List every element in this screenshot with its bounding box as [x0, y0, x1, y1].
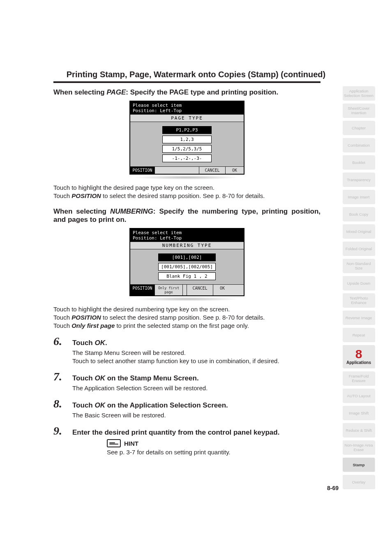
lcd-line1: Please select item	[133, 103, 241, 108]
sidebar-item[interactable]: Booklet	[343, 155, 375, 169]
step-7: 7. Touch OK on the Stamp Menu Screen. Th…	[53, 371, 321, 392]
step-body-line: The Stamp Menu Screen will be restored.	[72, 349, 321, 357]
text-em: POSITION	[71, 314, 101, 321]
sidebar-item[interactable]: Upside Down	[343, 276, 375, 290]
sidebar-item[interactable]: Repeat	[343, 328, 375, 342]
sidebar-item[interactable]: Mixed Original	[343, 224, 375, 238]
badge-label: Applications	[346, 360, 371, 365]
lcd-line2: Position: Left-Top	[133, 235, 241, 241]
step-title: Touch OK on the Application Selection Sc…	[72, 401, 228, 410]
lcd-line1: Please select item	[133, 230, 241, 235]
step-body-line: The Basic Screen will be restored.	[72, 411, 321, 419]
step-8: 8. Touch OK on the Application Selection…	[53, 398, 321, 419]
text: to select the desired stamp position. Se…	[101, 314, 265, 321]
step-number: 6.	[53, 336, 67, 347]
sidebar-item[interactable]: Text/Photo Enhance	[343, 293, 375, 307]
section-page-heading: When selecting PAGE: Specify the PAGE ty…	[53, 88, 321, 97]
lcd-ok-button[interactable]: OK	[213, 285, 231, 295]
text-em: PAGE	[106, 88, 126, 96]
text: When selecting	[53, 207, 110, 215]
page-number: 8-69	[327, 485, 339, 491]
step-title: Enter the desired print quantity from th…	[72, 428, 279, 437]
step-number: 8.	[53, 398, 67, 410]
section-numbering-heading: When selecting NUMBERING: Specify the nu…	[53, 207, 321, 224]
step-number: 7.	[53, 371, 67, 382]
step-9: 9. Enter the desired print quantity from…	[53, 425, 321, 456]
text: .	[105, 339, 107, 347]
sidebar-item[interactable]: AUTO Layout	[343, 389, 375, 403]
text-em: OK	[95, 401, 105, 409]
lcd-only-first-page-button[interactable]: Only first page	[155, 285, 183, 295]
text: Enter the desired print quantity from th…	[72, 428, 279, 436]
sidebar-item-stamp[interactable]: Stamp	[343, 458, 375, 472]
lcd-spacer	[183, 285, 187, 295]
lcd-shadow	[134, 175, 240, 180]
text: Touch	[53, 192, 71, 199]
lcd-option[interactable]: 1/5,2/5,3/5	[162, 145, 212, 153]
section-numbering-para: Touch to highlight the desired numbering…	[53, 305, 321, 330]
step-title: Touch OK on the Stamp Menu Screen.	[72, 374, 199, 382]
text-em: NUMBERING	[110, 207, 153, 215]
text: Touch	[72, 374, 95, 382]
page-title: Printing Stamp, Page, Watermark onto Cop…	[0, 70, 392, 79]
lcd-option[interactable]: [001/005],[002/005]	[158, 263, 216, 271]
lcd-option[interactable]: [001],[002]	[158, 253, 216, 261]
hint-label: HINT	[124, 440, 138, 447]
text-line: Touch to highlight the desired page type…	[53, 184, 321, 192]
lcd-option[interactable]: 1,2,3	[162, 136, 212, 143]
lcd-cancel-button[interactable]: CANCEL	[187, 285, 213, 295]
step-number: 9.	[53, 425, 67, 437]
sidebar-item[interactable]: Non-Standard Size	[343, 259, 375, 273]
lcd-header: Please select item Position: Left-Top	[130, 101, 244, 114]
text: to print the selected stamp on the first…	[115, 322, 249, 329]
sidebar-item[interactable]: Reduce & Shift	[343, 423, 375, 437]
sidebar-item[interactable]: Chapter	[343, 121, 375, 135]
sidebar-item[interactable]: Image Shift	[343, 406, 375, 420]
sidebar-item[interactable]: Combination	[343, 138, 375, 152]
text: : Specify the PAGE type and printing pos…	[126, 88, 278, 96]
text-line: Touch to highlight the desired numbering…	[53, 305, 321, 313]
sidebar-badge-applications[interactable]: 8 Applications	[343, 345, 375, 368]
hint-block: HINT See p. 3-7 for details on setting p…	[107, 439, 321, 456]
sidebar-item[interactable]: Non-Image Area Erase	[343, 440, 375, 454]
step-6: 6. Touch OK. The Stamp Menu Screen will …	[53, 336, 321, 365]
sidebar: Application Selection Screen Sheet/Cover…	[343, 86, 375, 492]
header-rule	[53, 81, 321, 83]
text: on the Application Selection Screen.	[105, 401, 228, 409]
sidebar-item[interactable]: Book Copy	[343, 207, 375, 221]
lcd-header: Please select item Position: Left-Top	[130, 229, 244, 242]
sidebar-item[interactable]: Frame/Fold Erasure	[343, 371, 375, 385]
lcd-page-type: Please select item Position: Left-Top PA…	[129, 101, 244, 175]
sidebar-item[interactable]: Transparency	[343, 173, 375, 187]
text: to select the desired stamp position. Se…	[101, 192, 265, 199]
lcd-cancel-button[interactable]: CANCEL	[199, 167, 226, 174]
badge-number: 8	[355, 349, 362, 359]
lcd-section-label: PAGE TYPE	[130, 114, 244, 122]
step-body-line: The Application Selection Screen will be…	[72, 384, 321, 392]
lcd-option[interactable]: Blank Fig 1 , 2	[158, 272, 216, 280]
text-em: OK	[95, 339, 105, 347]
lcd-option[interactable]: P1,P2,P3	[162, 126, 212, 134]
text-em: Only first page	[71, 322, 115, 329]
lcd-position-button[interactable]: POSITION	[130, 167, 155, 174]
text: on the Stamp Menu Screen.	[105, 374, 199, 382]
section-page-para: Touch to highlight the desired page type…	[53, 184, 321, 200]
lcd-position-button[interactable]: POSITION	[130, 285, 155, 295]
hint-icon	[107, 439, 121, 447]
text-em: POSITION	[71, 192, 101, 199]
lcd-option[interactable]: -1-,-2-,-3-	[162, 154, 212, 162]
sidebar-item[interactable]: Folded Original	[343, 242, 375, 256]
sidebar-item[interactable]: Reverse Image	[343, 311, 375, 325]
text: When selecting	[53, 88, 106, 96]
lcd-spacer	[155, 167, 199, 174]
lcd-numbering-type: Please select item Position: Left-Top NU…	[129, 228, 244, 296]
text-em: OK	[95, 374, 105, 382]
lcd-ok-button[interactable]: OK	[226, 167, 244, 174]
text: Touch	[72, 339, 95, 347]
sidebar-item[interactable]: Application Selection Screen	[343, 86, 375, 100]
step-title: Touch OK.	[72, 339, 107, 347]
sidebar-item[interactable]: Image Insert	[343, 190, 375, 204]
lcd-shadow	[134, 297, 240, 301]
sidebar-item[interactable]: Overlay	[343, 475, 375, 489]
sidebar-item[interactable]: Sheet/Cover Insertion	[343, 104, 375, 117]
